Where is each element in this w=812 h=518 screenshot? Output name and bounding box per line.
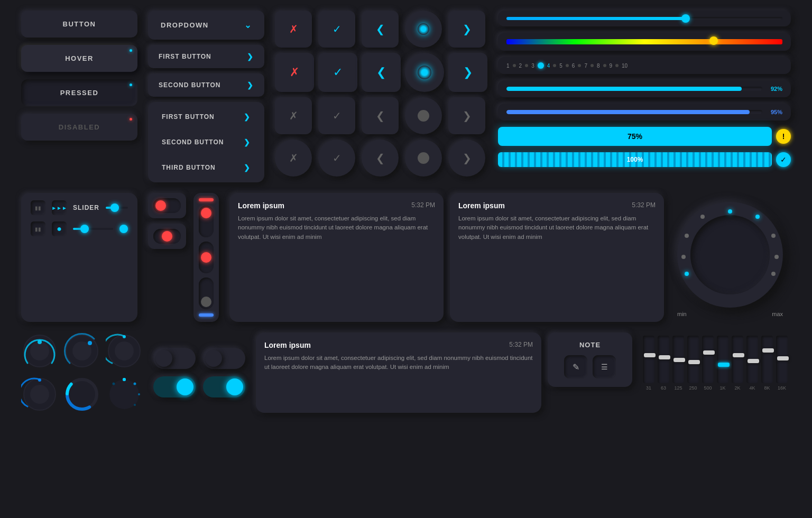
toggle-mid-1[interactable] (148, 224, 186, 249)
eq-bar-4k[interactable]: 4K (746, 336, 758, 391)
right-button-inactive[interactable]: ❯ (448, 97, 485, 134)
list-group-second[interactable]: SECOND BUTTON ❯ (151, 131, 261, 154)
left-button-round[interactable]: ❮ (362, 140, 399, 177)
knob-dot-l3 (685, 272, 689, 276)
slider-track-1[interactable] (106, 207, 128, 209)
knob-dial-5[interactable] (63, 376, 100, 413)
progress-track-95[interactable] (506, 110, 762, 114)
check-button-active[interactable]: ✓ (318, 11, 355, 48)
list-button-second[interactable]: SECOND BUTTON ❯ (148, 73, 264, 97)
arrow-right-icon: ❯ (247, 52, 254, 61)
dot-button-active[interactable] (405, 11, 442, 48)
round-toggles-section (153, 332, 245, 413)
left-button-active[interactable]: ❮ (362, 11, 399, 48)
rainbow-slider-track[interactable] (506, 39, 782, 44)
cyan-slider-thumb (681, 14, 690, 23)
big-progress-bar: 75% (498, 127, 772, 146)
button-default[interactable]: BUTTON (21, 11, 137, 38)
check-button-round[interactable]: ✓ (318, 140, 355, 177)
dropdown-button[interactable]: DROPDOWN ⌄ (148, 11, 264, 40)
icon-button-grid-row2: ✗ ✓ ❮ ❯ (275, 53, 487, 92)
card-3: Lorem ipsum 5:32 PM Lorem ipsum dolor si… (256, 332, 541, 413)
list-group-third[interactable]: THIRD BUTTON ❯ (151, 156, 261, 179)
disabled-dot (130, 118, 132, 121)
hover-dot (130, 49, 132, 52)
eq-bar-63[interactable]: 63 (658, 336, 669, 391)
round-toggle-on-2[interactable] (203, 376, 245, 397)
right-button-2[interactable]: ❯ (448, 53, 487, 92)
knob-dot-top (728, 209, 732, 214)
eq-bar-125[interactable]: 125 (672, 336, 684, 391)
arrow-right-icon: ❯ (244, 163, 251, 172)
knob-dot-r3 (771, 272, 776, 276)
slider-track-2[interactable] (73, 228, 113, 230)
knob-dial-1[interactable] (21, 332, 58, 369)
svg-point-20 (134, 404, 136, 406)
list-button-first[interactable]: FIRST BUTTON ❯ (148, 45, 264, 68)
step-slider[interactable]: 1 2 3 4 5 6 7 8 9 (506, 62, 782, 69)
left-button-inactive[interactable]: ❮ (362, 97, 399, 134)
slider-forward-btn[interactable]: ►►► (52, 200, 67, 215)
pressed-dot (130, 84, 132, 86)
arrow-right-icon: ❯ (244, 113, 251, 121)
button-hover[interactable]: HOVER (21, 45, 137, 72)
toggle-v-track-2[interactable] (199, 242, 214, 273)
knob-dial-4[interactable] (21, 376, 58, 413)
close-button-round[interactable]: ✗ (275, 140, 312, 177)
dot-button-round[interactable] (405, 140, 442, 177)
slider-control-row2: ▮▮ ● (31, 221, 128, 236)
big-progress-row: 75% ! (498, 127, 791, 146)
round-toggle-off-1[interactable] (153, 348, 196, 369)
dot-button-2[interactable] (405, 53, 444, 92)
knob-dial-2[interactable] (63, 332, 100, 369)
note-section: NOTE ✎ ☰ (548, 332, 632, 413)
progress-pct-95: 95% (767, 109, 782, 115)
cyan-slider-row (506, 17, 782, 20)
eq-bar-2k[interactable]: 2K (732, 336, 743, 391)
rainbow-slider-thumb (709, 36, 718, 45)
eq-section: 31 63 125 2 (643, 332, 791, 413)
list-group-first[interactable]: FIRST BUTTON ❯ (151, 105, 261, 128)
note-edit-btn[interactable]: ✎ (564, 355, 587, 378)
progress-track-92[interactable] (506, 87, 762, 91)
eq-bar-500[interactable]: 500 (702, 336, 714, 391)
slider-dot-btn[interactable]: ● (52, 221, 67, 236)
note-menu-btn[interactable]: ☰ (593, 355, 616, 378)
cyan-slider-track[interactable] (506, 17, 782, 20)
slider-pause-btn[interactable]: ▮▮ (31, 200, 45, 215)
knob-dial-3[interactable] (106, 332, 143, 369)
close-button-inactive[interactable]: ✗ (275, 97, 312, 134)
knob-dial-6[interactable] (106, 376, 143, 413)
check-button-inactive[interactable]: ✓ (318, 97, 355, 134)
progress-fill-95 (506, 110, 750, 114)
round-toggle-on-1[interactable] (153, 376, 196, 397)
knob-dot-tr (755, 215, 760, 219)
eq-bar-250[interactable]: 250 (687, 336, 699, 391)
toggle-vertical-group (193, 193, 219, 322)
eq-bars: 31 63 125 2 (643, 332, 791, 391)
slider-sq-left[interactable]: ▮▮ (31, 221, 45, 236)
button-pressed[interactable]: PRESSED (21, 79, 137, 106)
big-knob-outer[interactable] (677, 202, 783, 308)
icon-button-grid-row3: ✗ ✓ ❮ ❯ (275, 97, 487, 134)
card-2: Lorem ipsum 5:32 PM Lorem ipsum dolor si… (450, 193, 664, 322)
right-button-active[interactable]: ❯ (448, 11, 485, 48)
cyan-slider-fill (506, 17, 686, 20)
dot-button-inactive[interactable] (405, 97, 442, 134)
toggle-v-track-1[interactable] (199, 206, 214, 237)
close-button-active[interactable]: ✗ (275, 11, 312, 48)
check-button-2[interactable]: ✓ (318, 53, 357, 92)
eq-bar-1k[interactable]: 1K (717, 336, 728, 391)
eq-bar-8k[interactable]: 8K (761, 336, 773, 391)
close-button-2[interactable]: ✗ (275, 53, 314, 92)
arrow-right-icon: ❯ (247, 81, 254, 89)
knob-dot-l2 (681, 255, 686, 259)
eq-bar-31[interactable]: 31 (643, 336, 654, 391)
toggle-off-1[interactable] (148, 193, 186, 218)
knob-dot-r2 (774, 255, 779, 259)
toggle-v-track-3[interactable] (199, 278, 214, 309)
eq-bar-16k[interactable]: 16K (776, 336, 788, 391)
right-button-round[interactable]: ❯ (448, 140, 485, 177)
round-toggle-off-2[interactable] (203, 348, 245, 369)
left-button-2[interactable]: ❮ (362, 53, 401, 92)
